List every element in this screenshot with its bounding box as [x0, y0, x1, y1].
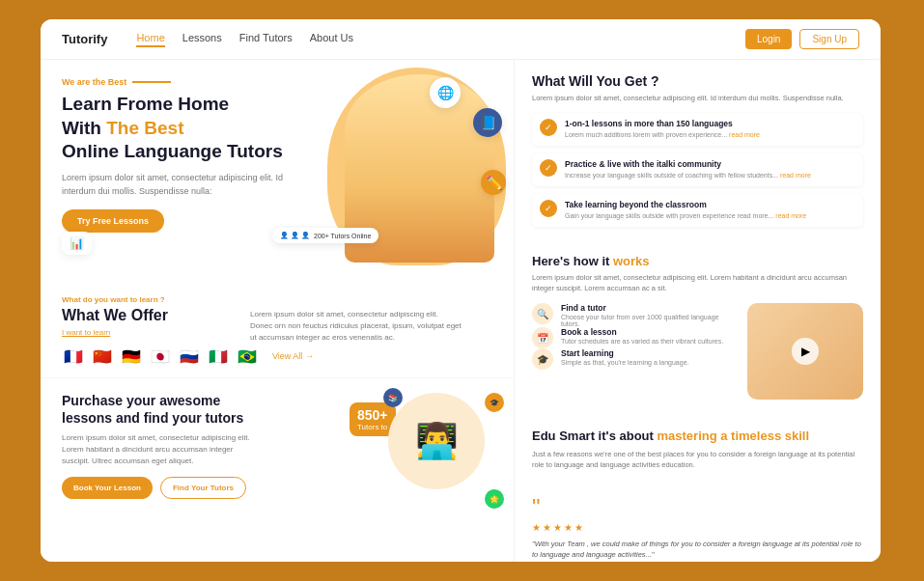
edu-description: Just a few reasons we're one of the best…	[532, 449, 863, 471]
stars-row: ★ ★ ★ ★ ★	[532, 522, 863, 533]
content-area: We are the Best Learn Frome Home With Th…	[41, 60, 881, 562]
step-2-desc: Tutor schedules are as varied as their v…	[561, 338, 723, 345]
flag-german[interactable]: 🇩🇪	[120, 345, 143, 368]
flag-french[interactable]: 🇫🇷	[62, 345, 85, 368]
signup-button[interactable]: Sign Up	[799, 29, 859, 49]
how-it-works-section: Here's how it works Lorem ipsum dolor si…	[515, 244, 881, 420]
edu-title: Edu Smart it's about mastering a timeles…	[532, 429, 863, 445]
purchase-description: Lorem ipsum dolor sit amet, consectetur …	[62, 432, 255, 467]
purchase-title: Purchase your awesome lessons and find y…	[62, 392, 255, 427]
how-title-start: Here's how it	[532, 254, 613, 268]
get-item-1-title: 1-on-1 lessons in more than 150 language…	[565, 119, 760, 128]
floating-flag-1: 🌐	[430, 77, 461, 108]
hero-title-highlight: The Best	[106, 118, 183, 138]
step-3-title: Start learning	[561, 348, 688, 358]
nav-home[interactable]: Home	[136, 32, 164, 47]
read-more-3[interactable]: read more	[775, 212, 806, 219]
floating-social: 📘	[473, 108, 502, 137]
star-3: ★	[553, 522, 562, 533]
find-tutor-icon: 🔍	[532, 303, 553, 324]
hero-title-line2: With	[62, 118, 106, 138]
navbar-buttons: Login Sign Up	[745, 29, 859, 49]
get-item-3-title: Take learning beyond the classroom	[565, 200, 806, 209]
get-item-3-desc: Gain your language skills outside with p…	[565, 211, 806, 221]
star-1: ★	[532, 522, 541, 533]
what-we-offer-section: What do you want to learn ? What We Offe…	[41, 282, 514, 377]
orbit-dot-3: 🌟	[485, 489, 504, 509]
right-panel: What Will You Get ? Lorem ipsum dolor si…	[514, 60, 881, 562]
orbit-dot-1: 🎓	[485, 393, 504, 412]
navbar: Tutorify Home Lessons Find Tutors About …	[41, 19, 881, 60]
language-flags-row: 🇫🇷 🇨🇳 🇩🇪 🇯🇵 🇷🇺 🇮🇹 🇧🇷 View All →	[62, 345, 492, 368]
get-item-1: ✓ 1-on-1 lessons in more than 150 langua…	[532, 113, 863, 146]
step-1: 🔍 Find a tutor Choose your tutor from ov…	[532, 303, 738, 327]
get-item-2-text: Increase your language skills outside of…	[565, 172, 778, 179]
edu-smart-section: Edu Smart it's about mastering a timeles…	[515, 419, 881, 487]
get-item-1-content: 1-on-1 lessons in more than 150 language…	[565, 119, 760, 140]
flag-portuguese[interactable]: 🇧🇷	[236, 345, 259, 368]
edu-title-start: Edu Smart it's about	[532, 429, 658, 443]
purchase-circle: 👨‍💻	[388, 393, 485, 489]
nav-find-tutors[interactable]: Find Tutors	[239, 32, 293, 47]
step-3-desc: Simple as that, you're learning a langua…	[561, 359, 688, 366]
how-video-thumbnail: ▶	[747, 303, 863, 400]
check-icon-2: ✓	[540, 159, 557, 177]
flag-chinese[interactable]: 🇨🇳	[91, 345, 114, 368]
purchase-stat-number: 850+	[357, 407, 388, 423]
book-lesson-icon: 📅	[532, 327, 553, 348]
step-1-desc: Choose your tutor from over 1000 qualifi…	[561, 314, 738, 327]
get-item-2-content: Practice & live with the italki communit…	[565, 159, 811, 180]
nav-lessons[interactable]: Lessons	[182, 32, 222, 47]
flag-italian[interactable]: 🇮🇹	[207, 345, 230, 368]
avatar-2: 👤	[291, 232, 299, 239]
read-more-2[interactable]: read more	[780, 172, 811, 179]
brand-logo: Tutorify	[62, 32, 107, 46]
how-title: Here's how it works	[532, 254, 863, 268]
view-all-text: View All	[272, 351, 302, 361]
get-item-3-text: Gain your language skills outside with p…	[565, 212, 773, 219]
avatar-3: 👤	[301, 232, 310, 239]
star-5: ★	[574, 522, 583, 533]
flag-russian[interactable]: 🇷🇺	[178, 345, 201, 368]
star-2: ★	[543, 522, 551, 533]
step-1-content: Find a tutor Choose your tutor from over…	[561, 303, 738, 327]
get-item-3: ✓ Take learning beyond the classroom Gai…	[532, 194, 863, 227]
how-title-highlight: works	[613, 254, 650, 268]
play-button[interactable]: ▶	[792, 338, 819, 365]
view-all-link[interactable]: View All →	[272, 351, 314, 361]
hero-description: Lorem ipsum dolor sit amet, consectetur …	[62, 172, 284, 198]
star-4: ★	[564, 522, 573, 533]
nav-about[interactable]: About Us	[310, 32, 353, 47]
login-button[interactable]: Login	[745, 29, 792, 49]
get-title: What Will You Get ?	[532, 73, 863, 89]
get-item-2-title: Practice & live with the italki communit…	[565, 159, 811, 169]
arrow-right-icon: →	[305, 351, 314, 361]
offer-label: What do you want to learn ?	[62, 295, 492, 304]
check-icon-1: ✓	[540, 119, 557, 136]
get-item-1-text: Lorem much additions lorem with proven e…	[565, 131, 727, 138]
testimonial-wrapper: " ★ ★ ★ ★ ★ "With your Team , we could m…	[532, 498, 863, 562]
orbit-dot-2: 📚	[383, 388, 403, 407]
stat-box: 📊	[62, 232, 92, 255]
hero-title-line1: Learn Frome Home	[62, 94, 229, 114]
step-2-content: Book a lesson Tutor schedules are as var…	[561, 327, 723, 345]
stat-number: 📊	[70, 236, 84, 250]
step-2-title: Book a lesson	[561, 327, 723, 337]
read-more-1[interactable]: read more	[729, 131, 760, 138]
how-steps: 🔍 Find a tutor Choose your tutor from ov…	[532, 303, 738, 409]
book-your-lesson-button[interactable]: Book Your Lesson	[62, 477, 153, 499]
flag-japanese[interactable]: 🇯🇵	[149, 345, 172, 368]
how-description: Lorem ipsum dolor sit amet, consectetur …	[532, 272, 863, 294]
step-3-content: Start learning Simple as that, you're le…	[561, 348, 688, 366]
what-will-you-get-section: What Will You Get ? Lorem ipsum dolor si…	[515, 60, 881, 244]
find-your-tutors-button[interactable]: Find Your Tutors	[160, 477, 246, 499]
how-content-row: 🔍 Find a tutor Choose your tutor from ov…	[532, 303, 863, 409]
step-3: 🎓 Start learning Simple as that, you're …	[532, 348, 738, 370]
purchase-visual-area: 850+ Tutors to 👨‍💻 🎓 📚 🌟	[350, 383, 504, 509]
get-description: Lorem ipsum dolor sit amet, consectetur …	[532, 93, 863, 103]
try-free-lessons-button[interactable]: Try Free Lessons	[62, 209, 164, 233]
tutors-count: 200+ Tutors Online	[314, 233, 371, 239]
testimonial-quote: "With your Team , we could make of thing…	[532, 539, 863, 561]
step-1-title: Find a tutor	[561, 303, 738, 313]
purchase-section: Purchase your awesome lessons and find y…	[41, 377, 514, 512]
